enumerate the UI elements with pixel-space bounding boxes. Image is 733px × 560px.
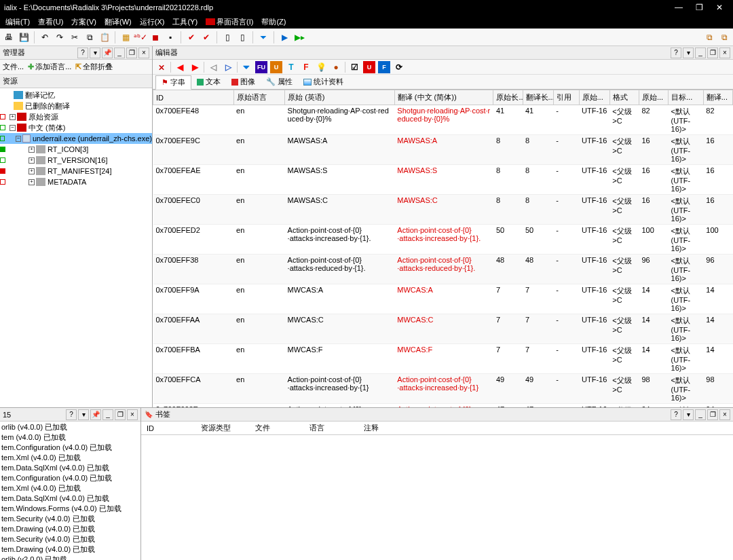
- table-row[interactable]: 0x700EFFAAenMWCAS:CMWCAS:C77-UTF-16<父级>C…: [153, 314, 733, 344]
- tab-stats[interactable]: 统计资料: [298, 75, 349, 88]
- menu-view[interactable]: 查看(U): [35, 16, 66, 29]
- menu-run[interactable]: 运行(X): [137, 16, 168, 29]
- copy-icon[interactable]: ⧉: [83, 31, 96, 43]
- expand-icon[interactable]: +: [29, 147, 35, 153]
- u2-badge-icon[interactable]: U: [363, 61, 375, 73]
- bookmarks-body[interactable]: ID 资源类型 文件 语言 注释: [141, 422, 733, 560]
- expand-icon[interactable]: +: [29, 179, 35, 185]
- refresh-icon[interactable]: ⟳: [393, 61, 405, 73]
- doc-go-icon[interactable]: ▯: [221, 31, 233, 43]
- checkbox-icon[interactable]: ☑: [348, 61, 360, 73]
- expand-icon[interactable]: +: [29, 157, 35, 164]
- dropdown-icon[interactable]: ▾: [90, 48, 100, 58]
- table-row[interactable]: 0x700EFF38enAction·point·cost·of·{0}·att…: [153, 255, 733, 284]
- minimize-panel-icon[interactable]: _: [114, 48, 125, 58]
- menu-lang[interactable]: 界面语言(I): [203, 16, 256, 29]
- col-trans2[interactable]: 翻译...: [703, 90, 732, 105]
- table-row[interactable]: 0x700EFED2enAction·point·cost·of·{0}·att…: [153, 225, 733, 255]
- collapse-all-button[interactable]: ⇱全部折叠: [75, 62, 113, 72]
- doc-icon[interactable]: ◼: [149, 31, 162, 43]
- tab-attr[interactable]: 🔧属性: [261, 75, 298, 88]
- collapse-icon[interactable]: −: [16, 136, 21, 142]
- bm-col-lang[interactable]: 语言: [304, 422, 358, 434]
- restore-panel-icon[interactable]: ❐: [707, 48, 718, 58]
- close-button[interactable]: ✕: [710, 1, 729, 14]
- tab-image[interactable]: 图像: [226, 75, 261, 88]
- bm-col-id[interactable]: ID: [141, 423, 195, 434]
- col-dst[interactable]: 目标...: [669, 90, 704, 105]
- u-badge-icon[interactable]: U: [270, 61, 282, 73]
- expand-icon[interactable]: +: [29, 168, 35, 174]
- play-icon[interactable]: ▶: [278, 31, 290, 43]
- tree-orig-res[interactable]: +原始资源: [0, 111, 152, 122]
- restore-panel-icon[interactable]: ❐: [115, 409, 126, 420]
- col-id[interactable]: ID: [153, 90, 234, 105]
- forward-icon[interactable]: ▷: [222, 61, 234, 73]
- table-row[interactable]: 0x700EFEAEenMAWSAS:SMAWSAS:S88-UTF-16<父级…: [153, 165, 733, 195]
- doc2-icon[interactable]: ▪: [164, 31, 176, 43]
- funnel-icon[interactable]: ⏷: [257, 31, 269, 43]
- next-icon[interactable]: ▶: [189, 61, 201, 73]
- back-icon[interactable]: ◁: [207, 61, 219, 73]
- table-row[interactable]: 0x700EFEC0enMAWSAS:CMAWSAS:C88-UTF-16<父级…: [153, 195, 733, 225]
- close-panel-icon[interactable]: ×: [719, 48, 730, 58]
- restore-panel-icon[interactable]: ❐: [126, 48, 137, 58]
- bm-col-file[interactable]: 文件: [250, 422, 304, 434]
- table-row[interactable]: 0x700EFF9AenMWCAS:AMWCAS:A77-UTF-16<父级>C…: [153, 284, 733, 314]
- tab-text[interactable]: 文本: [191, 75, 226, 88]
- expand-icon[interactable]: +: [10, 114, 16, 120]
- tree-metadata[interactable]: +METADATA: [0, 176, 152, 187]
- tab-string[interactable]: ⚑字串: [155, 75, 191, 90]
- menu-edit[interactable]: 编辑(T): [3, 16, 33, 29]
- doc-go2-icon[interactable]: ▯: [236, 31, 248, 43]
- resource-tree[interactable]: 翻译记忆 已删除的翻译 +原始资源 −中文 (简体) −underrail.ex…: [0, 88, 152, 407]
- fu-badge-icon[interactable]: FU: [255, 61, 267, 73]
- tree-trans-mem[interactable]: 翻译记忆: [0, 90, 152, 100]
- paste-icon[interactable]: 📋: [98, 31, 111, 43]
- export-icon[interactable]: 💾: [18, 31, 30, 43]
- translation-grid[interactable]: ID 原始语言 原始 (英语) 翻译 (中文 (简体)) 原始长... 翻译长.…: [153, 90, 733, 407]
- grid-header-row[interactable]: ID 原始语言 原始 (英语) 翻译 (中文 (简体)) 原始长... 翻译长.…: [153, 90, 733, 105]
- bm-col-note[interactable]: 注释: [358, 422, 413, 434]
- dropdown-icon[interactable]: ▾: [683, 48, 694, 58]
- help-icon[interactable]: ?: [671, 409, 681, 420]
- idea-icon[interactable]: 💡: [315, 61, 327, 73]
- bm-col-restype[interactable]: 资源类型: [195, 422, 250, 434]
- redo-icon[interactable]: ↷: [54, 31, 66, 43]
- table-row[interactable]: 0x700EFE9CenMAWSAS:AMAWSAS:A88-UTF-16<父级…: [153, 135, 733, 165]
- lock-icon[interactable]: ●: [330, 61, 342, 73]
- cut-icon[interactable]: ✂: [69, 31, 81, 43]
- restore-panel-icon[interactable]: ❐: [707, 409, 718, 420]
- col-trans[interactable]: 翻译 (中文 (简体)): [394, 90, 493, 105]
- table-row[interactable]: 0x700EFFCAenAction·point·cost·of·{0}·att…: [153, 374, 733, 404]
- table-row[interactable]: 0x700EFFBAenMWCAS:FMWCAS:F77-UTF-16<父级>C…: [153, 344, 733, 374]
- copy2-icon[interactable]: ⧉: [703, 31, 715, 43]
- spellcheck-icon[interactable]: ᵃᵇ✓: [134, 31, 147, 43]
- print-icon[interactable]: 🖶: [3, 31, 15, 43]
- sheet-icon[interactable]: ▦: [119, 31, 132, 43]
- tree-deleted[interactable]: 已删除的翻译: [0, 100, 152, 111]
- f-badge-icon[interactable]: F: [300, 61, 312, 73]
- tree-exe[interactable]: −underrail.exe (underrail_zh-chs.exe): [0, 133, 152, 144]
- prev-icon[interactable]: ◀: [174, 61, 186, 73]
- check2-icon[interactable]: ✔: [200, 31, 212, 43]
- restore-button[interactable]: ❐: [690, 1, 709, 14]
- t-badge-icon[interactable]: T: [285, 61, 297, 73]
- cancel-filter-icon[interactable]: ⨯: [155, 61, 168, 73]
- close-panel-icon[interactable]: ×: [138, 48, 149, 58]
- col-srcfmt[interactable]: 原始...: [579, 90, 609, 105]
- dropdown-icon[interactable]: ▾: [78, 409, 89, 420]
- minimize-button[interactable]: —: [669, 1, 688, 14]
- col-translen[interactable]: 翻译长...: [523, 90, 553, 105]
- collapse-icon[interactable]: −: [10, 125, 16, 131]
- play-go-icon[interactable]: ▶▸: [293, 31, 305, 43]
- col-srclang[interactable]: 原始语言: [233, 90, 284, 105]
- file-button[interactable]: 文件...: [3, 62, 24, 72]
- menu-help[interactable]: 帮助(Z): [259, 16, 288, 29]
- pin-icon[interactable]: 📌: [102, 48, 113, 58]
- minimize-panel-icon[interactable]: _: [695, 409, 706, 420]
- col-fmt[interactable]: 格式: [609, 90, 639, 105]
- undo-icon[interactable]: ↶: [39, 31, 51, 43]
- menu-tools[interactable]: 工具(Y): [170, 16, 200, 29]
- col-src2[interactable]: 原始...: [639, 90, 668, 105]
